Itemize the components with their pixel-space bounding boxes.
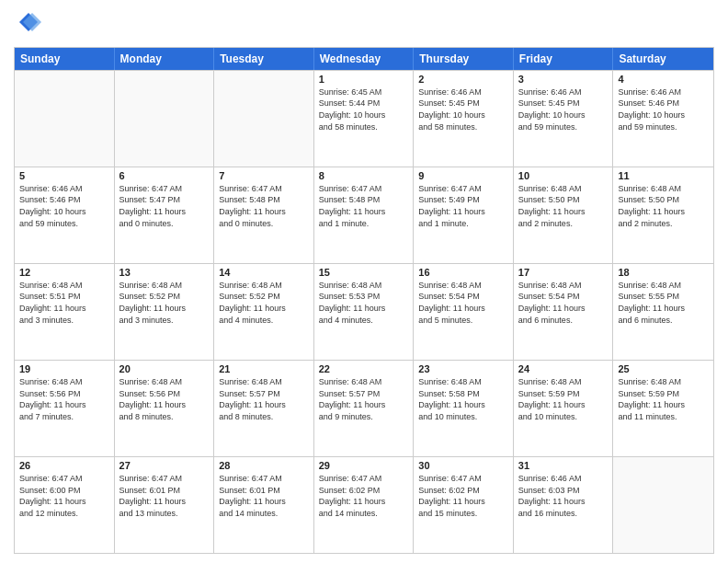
- cal-cell: 14Sunrise: 6:48 AM Sunset: 5:52 PM Dayli…: [214, 264, 314, 360]
- cal-header-cell-friday: Friday: [514, 48, 614, 70]
- cell-day-number: 28: [219, 460, 309, 471]
- cell-info: Sunrise: 6:47 AM Sunset: 5:47 PM Dayligh…: [119, 183, 210, 229]
- cell-info: Sunrise: 6:48 AM Sunset: 5:55 PM Dayligh…: [618, 280, 709, 326]
- cal-cell: [115, 71, 215, 167]
- cell-info: Sunrise: 6:46 AM Sunset: 5:46 PM Dayligh…: [618, 86, 709, 132]
- cal-cell: 16Sunrise: 6:48 AM Sunset: 5:54 PM Dayli…: [414, 264, 514, 360]
- cal-cell: 26Sunrise: 6:47 AM Sunset: 6:00 PM Dayli…: [15, 457, 115, 553]
- cell-info: Sunrise: 6:47 AM Sunset: 5:48 PM Dayligh…: [219, 183, 309, 229]
- cell-info: Sunrise: 6:48 AM Sunset: 5:52 PM Dayligh…: [219, 280, 309, 326]
- cell-day-number: 9: [418, 170, 508, 181]
- cal-cell: 2Sunrise: 6:46 AM Sunset: 5:45 PM Daylig…: [414, 71, 514, 167]
- cal-cell: 5Sunrise: 6:46 AM Sunset: 5:46 PM Daylig…: [15, 167, 115, 263]
- cell-day-number: 25: [618, 363, 709, 374]
- cal-cell: [214, 71, 314, 167]
- cell-info: Sunrise: 6:45 AM Sunset: 5:44 PM Dayligh…: [319, 86, 409, 132]
- page: SundayMondayTuesdayWednesdayThursdayFrid…: [0, 0, 728, 563]
- cell-info: Sunrise: 6:46 AM Sunset: 6:03 PM Dayligh…: [518, 473, 609, 519]
- cell-info: Sunrise: 6:48 AM Sunset: 5:54 PM Dayligh…: [518, 280, 609, 326]
- cal-week-3: 19Sunrise: 6:48 AM Sunset: 5:56 PM Dayli…: [15, 360, 713, 456]
- cell-day-number: 8: [319, 170, 409, 181]
- cal-cell: 10Sunrise: 6:48 AM Sunset: 5:50 PM Dayli…: [514, 167, 614, 263]
- cal-cell: 12Sunrise: 6:48 AM Sunset: 5:51 PM Dayli…: [15, 264, 115, 360]
- cal-cell: 6Sunrise: 6:47 AM Sunset: 5:47 PM Daylig…: [115, 167, 215, 263]
- calendar: SundayMondayTuesdayWednesdayThursdayFrid…: [14, 47, 714, 554]
- cell-day-number: 17: [518, 267, 609, 278]
- cell-info: Sunrise: 6:48 AM Sunset: 5:56 PM Dayligh…: [119, 376, 210, 422]
- cell-day-number: 23: [418, 363, 508, 374]
- cell-day-number: 4: [618, 74, 709, 85]
- calendar-body: 1Sunrise: 6:45 AM Sunset: 5:44 PM Daylig…: [15, 70, 713, 553]
- cell-info: Sunrise: 6:48 AM Sunset: 5:57 PM Dayligh…: [319, 376, 409, 422]
- cell-info: Sunrise: 6:48 AM Sunset: 5:50 PM Dayligh…: [518, 183, 609, 229]
- cal-header-cell-saturday: Saturday: [613, 48, 713, 70]
- cell-info: Sunrise: 6:46 AM Sunset: 5:45 PM Dayligh…: [518, 86, 609, 132]
- cal-cell: 24Sunrise: 6:48 AM Sunset: 5:59 PM Dayli…: [514, 361, 614, 456]
- cell-info: Sunrise: 6:48 AM Sunset: 5:58 PM Dayligh…: [418, 376, 508, 422]
- cell-info: Sunrise: 6:47 AM Sunset: 6:00 PM Dayligh…: [19, 473, 109, 519]
- cal-cell: 28Sunrise: 6:47 AM Sunset: 6:01 PM Dayli…: [214, 457, 314, 553]
- cal-cell: 18Sunrise: 6:48 AM Sunset: 5:55 PM Dayli…: [613, 264, 713, 360]
- cell-info: Sunrise: 6:48 AM Sunset: 5:59 PM Dayligh…: [518, 376, 609, 422]
- cell-info: Sunrise: 6:47 AM Sunset: 6:02 PM Dayligh…: [418, 473, 508, 519]
- cal-cell: 1Sunrise: 6:45 AM Sunset: 5:44 PM Daylig…: [314, 71, 415, 167]
- cal-cell: 27Sunrise: 6:47 AM Sunset: 6:01 PM Dayli…: [115, 457, 215, 553]
- cal-cell: 23Sunrise: 6:48 AM Sunset: 5:58 PM Dayli…: [414, 361, 514, 456]
- cell-day-number: 15: [319, 267, 409, 278]
- cell-day-number: 7: [219, 170, 309, 181]
- cell-day-number: 27: [119, 460, 210, 471]
- cal-week-4: 26Sunrise: 6:47 AM Sunset: 6:00 PM Dayli…: [15, 456, 713, 553]
- header: [14, 9, 714, 40]
- cal-cell: 19Sunrise: 6:48 AM Sunset: 5:56 PM Dayli…: [15, 361, 115, 456]
- cal-week-2: 12Sunrise: 6:48 AM Sunset: 5:51 PM Dayli…: [15, 263, 713, 360]
- cal-cell: 3Sunrise: 6:46 AM Sunset: 5:45 PM Daylig…: [514, 71, 614, 167]
- cell-day-number: 11: [618, 170, 709, 181]
- cell-day-number: 16: [418, 267, 508, 278]
- cell-day-number: 31: [518, 460, 609, 471]
- cal-cell: 30Sunrise: 6:47 AM Sunset: 6:02 PM Dayli…: [414, 457, 514, 553]
- cell-day-number: 5: [19, 170, 109, 181]
- cell-info: Sunrise: 6:46 AM Sunset: 5:45 PM Dayligh…: [418, 86, 508, 132]
- cal-week-1: 5Sunrise: 6:46 AM Sunset: 5:46 PM Daylig…: [15, 167, 713, 263]
- cell-info: Sunrise: 6:47 AM Sunset: 5:48 PM Dayligh…: [319, 183, 409, 229]
- cell-day-number: 12: [19, 267, 109, 278]
- cell-day-number: 21: [219, 363, 309, 374]
- cell-info: Sunrise: 6:46 AM Sunset: 5:46 PM Dayligh…: [19, 183, 109, 229]
- cal-cell: 13Sunrise: 6:48 AM Sunset: 5:52 PM Dayli…: [115, 264, 215, 360]
- cell-day-number: 1: [319, 74, 409, 85]
- cell-info: Sunrise: 6:48 AM Sunset: 5:52 PM Dayligh…: [119, 280, 210, 326]
- cell-day-number: 20: [119, 363, 210, 374]
- cal-cell: 9Sunrise: 6:47 AM Sunset: 5:49 PM Daylig…: [414, 167, 514, 263]
- cell-info: Sunrise: 6:48 AM Sunset: 5:53 PM Dayligh…: [319, 280, 409, 326]
- cal-cell: 21Sunrise: 6:48 AM Sunset: 5:57 PM Dayli…: [214, 361, 314, 456]
- cal-week-0: 1Sunrise: 6:45 AM Sunset: 5:44 PM Daylig…: [15, 70, 713, 167]
- logo: [14, 9, 41, 40]
- cal-cell: [15, 71, 115, 167]
- cell-day-number: 10: [518, 170, 609, 181]
- cell-info: Sunrise: 6:47 AM Sunset: 6:01 PM Dayligh…: [119, 473, 210, 519]
- cell-info: Sunrise: 6:48 AM Sunset: 5:51 PM Dayligh…: [19, 280, 109, 326]
- cell-day-number: 18: [618, 267, 709, 278]
- cal-header-cell-tuesday: Tuesday: [214, 48, 314, 70]
- cal-cell: 17Sunrise: 6:48 AM Sunset: 5:54 PM Dayli…: [514, 264, 614, 360]
- cal-cell: 25Sunrise: 6:48 AM Sunset: 5:59 PM Dayli…: [613, 361, 713, 456]
- cell-day-number: 3: [518, 74, 609, 85]
- cell-info: Sunrise: 6:47 AM Sunset: 6:02 PM Dayligh…: [319, 473, 409, 519]
- cell-day-number: 13: [119, 267, 210, 278]
- cal-header-cell-monday: Monday: [115, 48, 215, 70]
- cell-info: Sunrise: 6:48 AM Sunset: 5:57 PM Dayligh…: [219, 376, 309, 422]
- cell-day-number: 26: [19, 460, 109, 471]
- cell-day-number: 19: [19, 363, 109, 374]
- cal-cell: [613, 457, 713, 553]
- cal-cell: 8Sunrise: 6:47 AM Sunset: 5:48 PM Daylig…: [314, 167, 415, 263]
- calendar-header-row: SundayMondayTuesdayWednesdayThursdayFrid…: [15, 48, 713, 70]
- cell-day-number: 24: [518, 363, 609, 374]
- cell-day-number: 22: [319, 363, 409, 374]
- cal-cell: 15Sunrise: 6:48 AM Sunset: 5:53 PM Dayli…: [314, 264, 415, 360]
- cell-info: Sunrise: 6:48 AM Sunset: 5:54 PM Dayligh…: [418, 280, 508, 326]
- cal-cell: 29Sunrise: 6:47 AM Sunset: 6:02 PM Dayli…: [314, 457, 415, 553]
- cal-header-cell-sunday: Sunday: [15, 48, 115, 70]
- cal-cell: 31Sunrise: 6:46 AM Sunset: 6:03 PM Dayli…: [514, 457, 614, 553]
- cell-info: Sunrise: 6:48 AM Sunset: 5:59 PM Dayligh…: [618, 376, 709, 422]
- cell-day-number: 30: [418, 460, 508, 471]
